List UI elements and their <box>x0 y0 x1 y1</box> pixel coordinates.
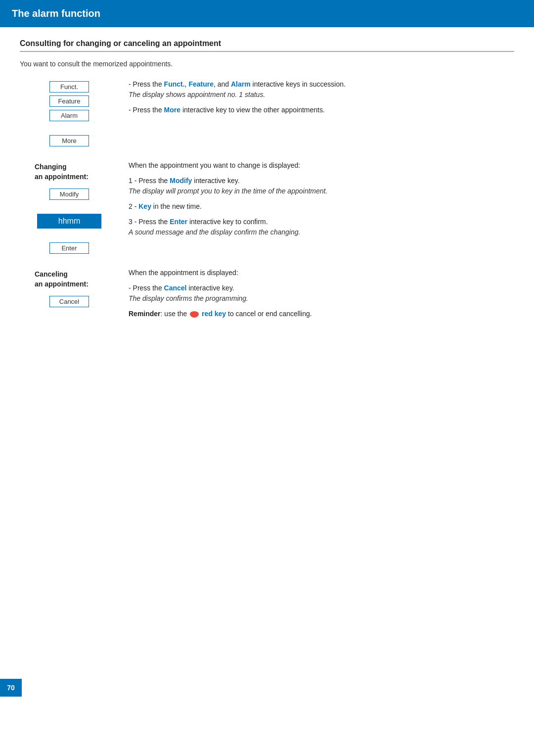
changing-block: Changing an appointment: Modify hhmm Ent… <box>20 160 514 254</box>
intro-text: You want to consult the memorized appoin… <box>20 59 514 69</box>
changing-label: Changing an appointment: <box>20 162 89 182</box>
consult-instruction-2: - Press the More interactive key to view… <box>129 105 514 115</box>
red-key-icon <box>190 311 199 318</box>
more-key-button[interactable]: More <box>49 135 89 146</box>
cancel-key-button[interactable]: Cancel <box>49 296 89 307</box>
page-title: The alarm function <box>12 8 522 19</box>
cancel-suffix: interactive key. <box>187 284 234 292</box>
enter-label: Enter <box>170 218 187 226</box>
reminder-colon: : use the <box>161 310 189 318</box>
enter-key-button[interactable]: Enter <box>49 242 89 254</box>
canceling-keys-col: Canceling an appointment: Cancel <box>20 268 119 324</box>
cancel-label: Cancel <box>164 284 187 292</box>
consult-block: Funct. Feature Alarm More - Press the Fu… <box>20 79 514 146</box>
section-title: Consulting for changing or canceling an … <box>20 39 514 52</box>
main-content: Consulting for changing or canceling an … <box>0 39 534 324</box>
step3-italic: A sound message and the display confirm … <box>129 228 300 236</box>
step1-suffix: interactive key. <box>192 177 239 185</box>
consult-instructions: - Press the Funct., Feature, and Alarm i… <box>119 79 514 146</box>
step3-suffix: interactive key to confirm. <box>187 218 268 226</box>
instruction1-prefix: - Press the <box>129 80 164 88</box>
canceling-label: Canceling an appointment: <box>20 270 89 289</box>
red-key-label: red key <box>202 310 226 318</box>
step2-num: 2 - <box>129 202 138 210</box>
reminder-end: to cancel or end cancelling. <box>226 310 312 318</box>
cancel-prefix: - Press the <box>129 284 164 292</box>
modify-key-button[interactable]: Modify <box>49 189 89 200</box>
reminder-paragraph: Reminder: use the red key to cancel or e… <box>129 309 514 319</box>
changing-step2: 2 - Key in the new time. <box>129 201 514 212</box>
instruction1-italic: The display shows appointment no. 1 stat… <box>129 91 265 98</box>
page-number: 70 <box>0 679 22 697</box>
step2-suffix: in the new time. <box>151 202 202 210</box>
canceling-when-text: When the appointment is displayed: <box>129 268 514 278</box>
step1-prefix: 1 - Press the <box>129 177 170 185</box>
consult-keys-col: Funct. Feature Alarm More <box>20 79 119 146</box>
changing-when-text: When the appointment you want to change … <box>129 160 514 171</box>
changing-keys-col: Changing an appointment: Modify hhmm Ent… <box>20 160 119 254</box>
instruction2-suffix: interactive key to view the other appoin… <box>180 106 325 114</box>
instruction1-and: , and <box>214 80 231 88</box>
reminder-bold: Reminder <box>129 310 161 318</box>
canceling-instructions: When the appointment is displayed: - Pre… <box>119 268 514 324</box>
alarm-label: Alarm <box>231 80 251 88</box>
step1-italic: The display will prompt you to key in th… <box>129 187 327 195</box>
instruction2-prefix: - Press the <box>129 106 164 114</box>
instruction1-suffix: interactive keys in succession. <box>251 80 346 88</box>
funct-label: Funct. <box>164 80 185 88</box>
step3-prefix: 3 - Press the <box>129 218 170 226</box>
hhmm-display: hhmm <box>37 214 101 229</box>
consult-instruction-1: - Press the Funct., Feature, and Alarm i… <box>129 79 514 100</box>
changing-step3: 3 - Press the Enter interactive key to c… <box>129 217 514 237</box>
page-header: The alarm function <box>0 0 534 27</box>
feature-key-button[interactable]: Feature <box>49 95 89 107</box>
alarm-key-button[interactable]: Alarm <box>49 110 89 121</box>
cancel-italic: The display confirms the programming. <box>129 294 248 302</box>
modify-label: Modify <box>170 177 192 185</box>
feature-label: Feature <box>188 80 214 88</box>
changing-step1: 1 - Press the Modify interactive key. Th… <box>129 176 514 196</box>
changing-instructions: When the appointment you want to change … <box>119 160 514 254</box>
funct-key-button[interactable]: Funct. <box>49 81 89 93</box>
canceling-instruction: - Press the Cancel interactive key. The … <box>129 283 514 304</box>
canceling-block: Canceling an appointment: Cancel When th… <box>20 268 514 324</box>
more-label: More <box>164 106 180 114</box>
key-label: Key <box>138 202 151 210</box>
